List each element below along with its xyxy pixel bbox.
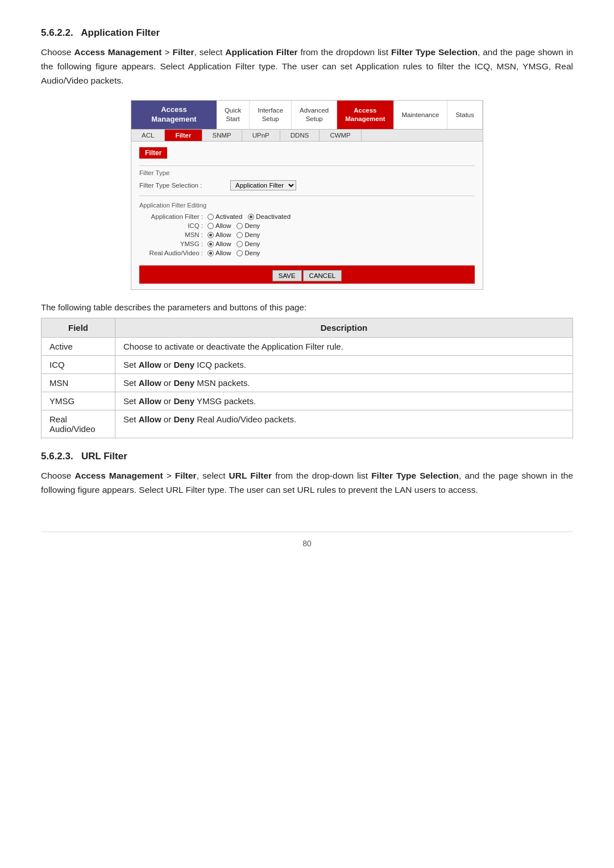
table-row: MSN Set Allow or Deny MSN packets.	[42, 374, 573, 392]
subnav-snmp[interactable]: SNMP	[202, 130, 242, 141]
radio-activated-label: Activated	[215, 213, 242, 220]
real-audio-deny-circle	[237, 250, 243, 256]
nav-advanced-setup[interactable]: AdvancedSetup	[292, 101, 337, 129]
radio-activated[interactable]: Activated	[208, 213, 242, 220]
page-number: 80	[302, 539, 312, 548]
desc-real-audio: Set Allow or Deny Real Audio/Video packe…	[115, 410, 573, 438]
real-audio-allow-label: Allow	[215, 250, 231, 256]
msn-deny[interactable]: Deny	[237, 231, 260, 238]
page-footer: 80	[41, 531, 573, 548]
nav-maintenance[interactable]: Maintenance	[394, 101, 448, 129]
app-filter-active-row: Application Filter : Activated Deactivat…	[139, 212, 475, 221]
icq-label: ICQ :	[139, 222, 208, 229]
table-row: Active Choose to activate or deactivate …	[42, 338, 573, 356]
ymsg-deny-circle	[237, 241, 243, 247]
nav-brand: Access Management	[131, 101, 217, 129]
radio-activated-circle	[208, 214, 214, 220]
ymsg-row: YMSG : Allow Deny	[139, 239, 475, 248]
real-audio-radios: Allow Deny	[208, 250, 260, 256]
col-description: Description	[115, 318, 573, 338]
subnav-acl[interactable]: ACL	[131, 130, 165, 141]
app-filter-radios: Activated Deactivated	[208, 213, 291, 220]
table-row: ICQ Set Allow or Deny ICQ packets.	[42, 356, 573, 374]
subnav-filter[interactable]: Filter	[165, 130, 202, 141]
field-real-audio: RealAudio/Video	[42, 410, 115, 438]
nav-quick-start[interactable]: QuickStart	[217, 101, 250, 129]
nav-items: QuickStart InterfaceSetup AdvancedSetup …	[217, 101, 483, 129]
msn-allow[interactable]: Allow	[208, 231, 231, 238]
intro-text-563: Choose Access Management > Filter, selec…	[41, 469, 573, 497]
desc-active: Choose to activate or deactivate the App…	[115, 338, 573, 356]
app-filter-editing-label: Application Filter Editing	[139, 200, 475, 212]
desc-ymsg: Set Allow or Deny YMSG packets.	[115, 392, 573, 410]
msn-row: MSN : Allow Deny	[139, 230, 475, 239]
msn-label: MSN :	[139, 231, 208, 238]
radio-deactivated-label: Deactivated	[256, 213, 291, 220]
icq-allow-label: Allow	[215, 222, 231, 229]
section-563: 5.6.2.3. URL Filter Choose Access Manage…	[41, 451, 573, 497]
ymsg-deny[interactable]: Deny	[237, 240, 260, 247]
filter-type-selection-label: Filter Type Selection :	[139, 182, 230, 189]
col-field: Field	[42, 318, 115, 338]
button-row: SAVE CANCEL	[139, 265, 475, 284]
radio-deactivated[interactable]: Deactivated	[248, 213, 291, 220]
filter-section-label: Filter	[139, 147, 167, 159]
icq-radios: Allow Deny	[208, 222, 260, 229]
ymsg-radios: Allow Deny	[208, 240, 260, 247]
sub-nav: ACL Filter SNMP UPnP DDNS CWMP	[131, 130, 483, 142]
save-button[interactable]: SAVE	[272, 270, 302, 281]
filter-type-row: Filter Type Selection : Application Filt…	[139, 178, 475, 192]
table-intro: The following table describes the parame…	[41, 302, 573, 312]
app-filter-editing-section: Application Filter Editing Application F…	[139, 196, 475, 261]
intro-text-562: Choose Access Management > Filter, selec…	[41, 45, 573, 88]
heading-563: 5.6.2.3. URL Filter	[41, 451, 573, 462]
ymsg-label: YMSG :	[139, 240, 208, 247]
ymsg-deny-label: Deny	[244, 240, 260, 247]
msn-allow-circle	[208, 232, 214, 238]
real-audio-allow[interactable]: Allow	[208, 250, 231, 256]
heading-562: 5.6.2.2. Application Filter	[41, 27, 573, 39]
msn-deny-label: Deny	[244, 231, 260, 238]
cancel-button[interactable]: CANCEL	[303, 270, 342, 281]
desc-icq: Set Allow or Deny ICQ packets.	[115, 356, 573, 374]
icq-deny[interactable]: Deny	[237, 222, 260, 229]
subnav-ddns[interactable]: DDNS	[280, 130, 320, 141]
content-area: Filter Filter Type Filter Type Selection…	[131, 142, 483, 289]
field-ymsg: YMSG	[42, 392, 115, 410]
filter-type-section: Filter Type Filter Type Selection : Appl…	[139, 165, 475, 196]
nav-status[interactable]: Status	[447, 101, 483, 129]
real-audio-allow-circle	[208, 250, 214, 256]
icq-deny-circle	[237, 223, 243, 229]
msn-deny-circle	[237, 232, 243, 238]
real-audio-deny[interactable]: Deny	[237, 250, 260, 256]
msn-allow-label: Allow	[215, 231, 231, 238]
field-icq: ICQ	[42, 356, 115, 374]
ymsg-allow-label: Allow	[215, 240, 231, 247]
msn-radios: Allow Deny	[208, 231, 260, 238]
table-row: RealAudio/Video Set Allow or Deny Real A…	[42, 410, 573, 438]
router-ui-mockup: Access Management QuickStart InterfaceSe…	[131, 100, 483, 290]
real-audio-deny-label: Deny	[244, 250, 260, 256]
subnav-upnp[interactable]: UPnP	[242, 130, 280, 141]
filter-type-dropdown[interactable]: Application Filter	[230, 180, 296, 190]
description-table: Field Description Active Choose to activ…	[41, 318, 573, 438]
filter-type-heading: Filter Type	[139, 169, 475, 178]
icq-deny-label: Deny	[244, 222, 260, 229]
field-active: Active	[42, 338, 115, 356]
icq-allow-circle	[208, 223, 214, 229]
app-filter-row-label: Application Filter :	[139, 213, 208, 220]
section-562: 5.6.2.2. Application Filter Choose Acces…	[41, 27, 573, 438]
ymsg-allow-circle	[208, 241, 214, 247]
subnav-cwmp[interactable]: CWMP	[320, 130, 361, 141]
real-audio-label: Real Audio/Video :	[139, 250, 208, 256]
nav-bar: Access Management QuickStart InterfaceSe…	[131, 101, 483, 130]
nav-access-management[interactable]: AccessManagement	[337, 101, 393, 129]
icq-allow[interactable]: Allow	[208, 222, 231, 229]
nav-interface-setup[interactable]: InterfaceSetup	[250, 101, 292, 129]
real-audio-row: Real Audio/Video : Allow Deny	[139, 248, 475, 258]
table-row: YMSG Set Allow or Deny YMSG packets.	[42, 392, 573, 410]
desc-msn: Set Allow or Deny MSN packets.	[115, 374, 573, 392]
icq-row: ICQ : Allow Deny	[139, 221, 475, 230]
radio-deactivated-circle	[248, 214, 254, 220]
ymsg-allow[interactable]: Allow	[208, 240, 231, 247]
